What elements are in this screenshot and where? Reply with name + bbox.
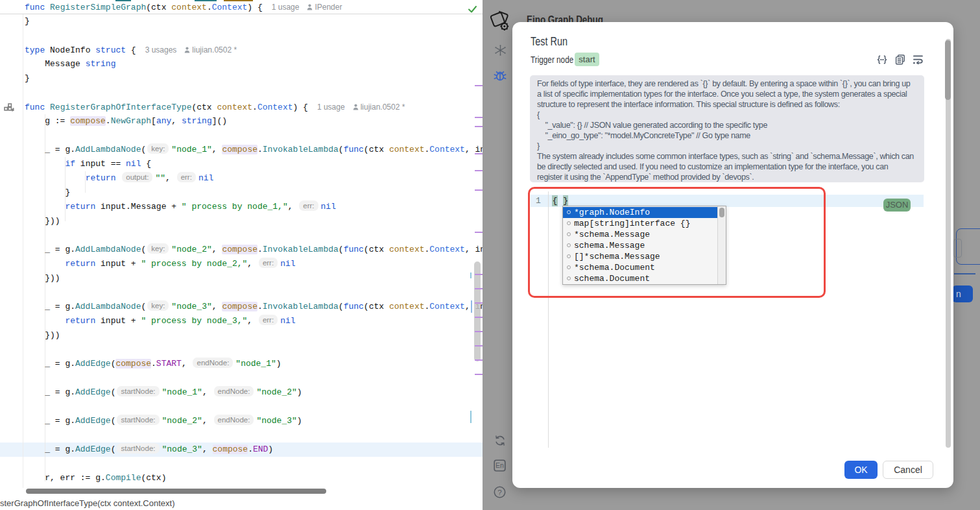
svg-text:?: ? [497, 489, 501, 496]
svg-text:En: En [496, 461, 504, 469]
